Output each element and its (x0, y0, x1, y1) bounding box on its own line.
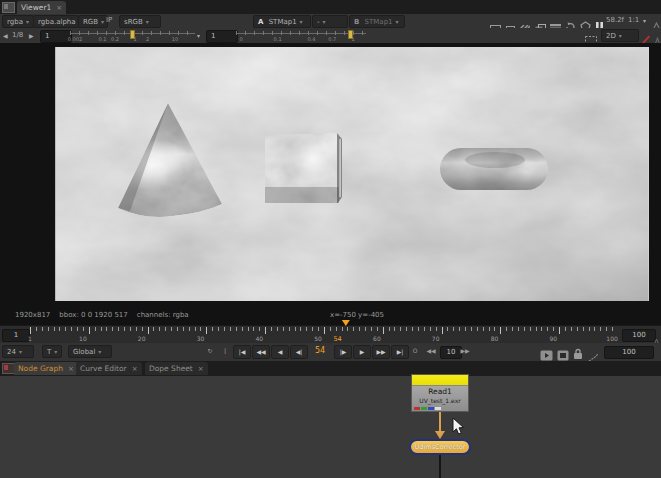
image-bbox: bbox: 0 0 1920 517 (59, 311, 127, 319)
node-name-label: Read1 (412, 387, 468, 396)
frame-major-ticks (30, 327, 617, 334)
view-mode-select[interactable]: 2D▾ (601, 29, 639, 42)
zoom-level-readout[interactable]: 1:1 (628, 13, 639, 28)
timeline: 1 1 10 20 30 40 50 60 70 80 90 100 54 10… (0, 325, 661, 343)
range-start-input[interactable]: 1 (2, 329, 30, 342)
tab-dope-sheet[interactable]: Dope Sheet× (145, 362, 208, 375)
step-back-button[interactable]: ◀| (290, 345, 308, 359)
tab-close-icon[interactable]: × (132, 365, 138, 373)
play-backward-button[interactable]: ◀ (271, 345, 289, 359)
pane-menu-icon[interactable] (2, 2, 15, 13)
gamma-slider[interactable]: 0 0.1 0.4 0.7 1 (236, 29, 366, 42)
chevron-down-icon: ▾ (619, 32, 622, 39)
viewer-canvas[interactable]: 1920x817 bbox: 0 0 1920 517 channels: rg… (0, 43, 661, 325)
channel-select[interactable]: RGB▾ (78, 15, 108, 28)
chevron-down-icon: ▾ (323, 18, 326, 25)
goto-end-button[interactable]: ▶| (391, 345, 409, 359)
tab-dope-sheet-label: Dope Sheet (149, 364, 193, 373)
viewer-tabbar: Viewer1× (0, 0, 661, 14)
current-frame-input[interactable]: 54 (309, 344, 331, 358)
layer-select[interactable]: rgba▾ (2, 15, 34, 28)
gain-slider[interactable]: 0.002 0.1 0.2 1 2 10 (70, 29, 195, 42)
chevron-down-icon: ▾ (54, 348, 57, 355)
input-b-label: B (354, 18, 359, 26)
chevron-down-icon: ▾ (26, 18, 29, 25)
playback-range-end[interactable]: 100 (604, 346, 654, 359)
goto-start-button[interactable]: |◀ (233, 345, 251, 359)
time-format-select[interactable]: T▾ (42, 345, 62, 358)
chevron-down-icon: ▾ (101, 18, 104, 25)
node-read1[interactable]: Read1 UV_test_1.exr (411, 374, 469, 412)
node-file-label: UV_test_1.exr (412, 397, 468, 404)
playback-controls: 24▾ T▾ Global▾ ↻ [ |◀ ◀◀ ◀ ◀| 54 |▶ ▶ ▶▶… (0, 343, 661, 361)
input-a-select[interactable]: A STMap1▾ (253, 15, 311, 28)
playhead-marker-icon[interactable] (342, 320, 350, 345)
tab-node-graph-label: Node Graph (18, 364, 63, 373)
blue-channel-chip (428, 407, 434, 410)
node-output-stem[interactable] (439, 455, 441, 478)
zoom-chevron-down-icon[interactable]: ▾ (643, 13, 646, 28)
gamma-input[interactable]: 1 (206, 30, 238, 43)
connection-arrow-icon (435, 431, 445, 439)
gamma-chevron-down-icon[interactable]: ▾ (197, 28, 200, 43)
playback-mode-icon[interactable]: ↻ (203, 345, 217, 357)
image-channels: channels: rgba (137, 311, 189, 319)
tab-close-icon[interactable]: × (68, 365, 74, 373)
tab-curve-editor-label: Curve Editor (80, 364, 127, 373)
play-forward-button[interactable]: ▶ (353, 345, 371, 359)
proxy-next-icon[interactable]: ▶ (29, 28, 34, 43)
fps-select[interactable]: 24▾ (2, 345, 34, 358)
input-process-toggle[interactable]: IP (106, 13, 112, 28)
alpha-channel-chip (435, 407, 441, 410)
frame-slider[interactable]: 1 10 20 30 40 50 60 70 80 90 100 54 (28, 326, 620, 343)
pointer-coordinates: x=-750 y=-405 (330, 311, 384, 319)
tab-node-graph[interactable]: Node Graph× (14, 362, 78, 375)
tab-close-icon[interactable]: × (198, 365, 204, 373)
viewer-info-bar: 1920x817 bbox: 0 0 1920 517 channels: rg… (15, 311, 189, 319)
input-b-select[interactable]: B STMap1▾ (349, 15, 405, 28)
jump-back-button[interactable]: ◀◀ (424, 345, 438, 357)
viewer-toolbar-top: rgba▾ rgba.alpha▾ RGB▾ IP sRGB▾ A STMap1… (0, 14, 661, 28)
tab-curve-editor[interactable]: Curve Editor× (76, 362, 142, 375)
tab-viewer1-label: Viewer1 (21, 3, 51, 12)
node-graph[interactable]: Read1 UV_test_1.exr UdimsCorrector (0, 376, 661, 478)
tab-viewer1[interactable]: Viewer1× (17, 1, 66, 14)
loop-mode-icon[interactable]: O (410, 345, 420, 357)
nuke-window: Viewer1× rgba▾ rgba.alpha▾ RGB▾ IP sRGB▾… (0, 0, 661, 478)
alpha-layer-select[interactable]: rgba.alpha▾ (33, 15, 79, 28)
chevron-down-icon: ▾ (300, 18, 303, 25)
viewer-lut-select[interactable]: sRGB▾ (119, 15, 161, 28)
proxy-level-label[interactable]: 1/8 (12, 28, 23, 43)
dock-tabbar: Node Graph× Curve Editor× Dope Sheet× (0, 361, 661, 376)
chevron-down-icon: ▾ (98, 348, 101, 355)
proxy-prev-icon[interactable]: ◀ (3, 28, 8, 43)
tab-close-icon[interactable]: × (56, 4, 62, 12)
range-end-input[interactable]: 100 (622, 329, 656, 342)
green-channel-chip (421, 407, 427, 410)
node-connection[interactable] (439, 412, 441, 432)
image-resolution: 1920x817 (15, 311, 50, 319)
viewer-toolbar-bottom: ◀ 1/8 ▶ 1 0.002 0.1 0.2 1 2 10 ▾ 1 0 0.1… (0, 28, 661, 43)
node-thumbnail (412, 375, 468, 386)
frame-range-mode-select[interactable]: Global▾ (68, 345, 112, 358)
input-a-label: A (258, 18, 263, 26)
node-udims-corrector[interactable]: UdimsCorrector (409, 439, 471, 455)
step-forward-button[interactable]: |▶ (334, 345, 352, 359)
rendered-frame (55, 47, 649, 301)
ab-blend-select[interactable]: -▾ (312, 15, 348, 28)
channel-chips (414, 407, 441, 410)
red-channel-chip (414, 407, 420, 410)
range-bracket-icon[interactable]: [ (221, 345, 230, 357)
previous-keyframe-button[interactable]: ◀◀ (252, 345, 270, 359)
jump-forward-button[interactable]: ▶▶ (458, 345, 472, 357)
chevron-down-icon: ▾ (146, 18, 149, 25)
viewer-image[interactable] (55, 47, 649, 301)
chevron-down-icon: ▾ (19, 348, 22, 355)
next-keyframe-button[interactable]: ▶▶ (372, 345, 390, 359)
chevron-down-icon: ▾ (396, 18, 399, 25)
render-speed-readout: 58.2f (606, 13, 624, 28)
mouse-cursor-icon (452, 417, 465, 436)
